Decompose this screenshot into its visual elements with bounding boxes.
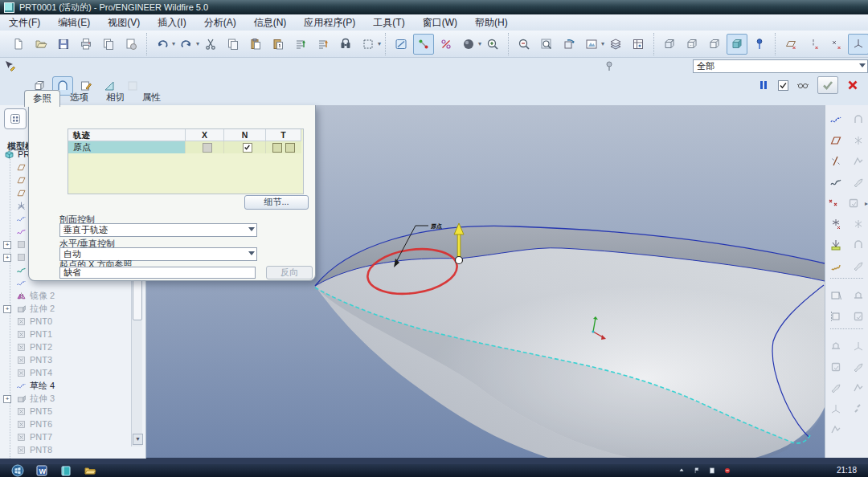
tool-gray-3-button[interactable] <box>850 153 867 169</box>
datum-point-display-button[interactable] <box>825 34 846 55</box>
dropdown-caret-icon[interactable]: ▾ <box>172 40 175 47</box>
tree-item-pnt1[interactable]: PNT1 <box>0 328 130 340</box>
dropdown-caret-icon[interactable]: ▾ <box>478 40 481 47</box>
t-checkbox[interactable] <box>272 143 282 153</box>
zoom-region-button[interactable] <box>536 34 557 55</box>
open-file-button[interactable] <box>31 34 51 55</box>
csys-tool-button[interactable] <box>827 237 845 253</box>
menu-item-6[interactable]: 应用程序(P) <box>295 14 364 31</box>
redo-button[interactable] <box>176 34 197 55</box>
datum-axis-display-button[interactable] <box>803 34 824 55</box>
taskbar-folder-button[interactable] <box>84 464 96 477</box>
dropdown-caret-icon[interactable]: ▾ <box>196 40 199 47</box>
expand-plus-icon[interactable]: + <box>3 241 11 249</box>
expand-plus-icon[interactable]: + <box>3 395 11 403</box>
tool-gray-6-button[interactable] <box>850 359 867 375</box>
search-filter-select[interactable]: 全部 <box>693 59 868 73</box>
paste-button[interactable] <box>245 34 266 55</box>
saved-views-button[interactable] <box>581 34 602 55</box>
trajectory-table[interactable]: 轨迹XNT原点 <box>68 128 304 194</box>
relations-button[interactable] <box>436 34 457 55</box>
model-tree-tab-button[interactable] <box>4 108 27 129</box>
datum-plane-display-button[interactable] <box>780 34 801 55</box>
tree-item-extrude-3[interactable]: +拉伸 3 <box>0 392 130 405</box>
tool-gray-1-button[interactable] <box>850 237 867 253</box>
x-cell[interactable] <box>186 141 224 153</box>
start-button[interactable] <box>11 464 24 477</box>
tool-gray-4-button[interactable] <box>850 308 867 324</box>
tab-tangency[interactable]: 相切 <box>98 90 133 107</box>
menu-item-0[interactable]: 文件(F) <box>0 14 49 31</box>
menu-item-2[interactable]: 视图(V) <box>99 14 149 31</box>
axis-point-tool-button[interactable] <box>827 216 845 232</box>
dropdown-caret-icon[interactable]: ▾ <box>378 40 381 47</box>
expand-plus-icon[interactable]: + <box>3 254 11 262</box>
datum-axis-tool-button[interactable] <box>827 153 845 169</box>
expand-plus-icon[interactable]: + <box>3 305 11 313</box>
spin-center-button[interactable] <box>749 34 770 55</box>
tool-gray-5-button[interactable] <box>850 287 867 304</box>
tool-gray-1-button[interactable] <box>850 112 867 128</box>
copy-button[interactable] <box>223 34 244 55</box>
flyout-caret-icon[interactable]: ▸ <box>865 200 868 207</box>
undo-button[interactable] <box>152 34 173 55</box>
ok-button[interactable] <box>817 76 838 94</box>
tab-properties[interactable]: 属性 <box>134 90 169 107</box>
tree-item-mirror-2[interactable]: 镜像 2 <box>0 289 130 302</box>
hidden-line-button[interactable] <box>682 34 702 55</box>
menu-item-5[interactable]: 信息(N) <box>245 14 296 31</box>
tab-references[interactable]: 参照 <box>24 90 60 107</box>
extrude-frame-button[interactable] <box>827 287 845 304</box>
tree-item-pnt9[interactable]: PNT9 <box>0 456 130 459</box>
render-sphere-button[interactable] <box>458 34 479 55</box>
tool-gray-3-button[interactable] <box>850 380 867 396</box>
tool-gray-7-button[interactable] <box>850 401 867 417</box>
trajectory-name-cell[interactable]: 原点 <box>68 141 186 153</box>
curve-tool-button[interactable] <box>827 174 845 190</box>
pause-button[interactable] <box>753 75 774 95</box>
view-manager-button[interactable] <box>628 34 649 55</box>
menu-item-4[interactable]: 分析(A) <box>195 14 245 31</box>
tool-gray-8-button[interactable] <box>827 401 845 417</box>
cut-button[interactable] <box>200 34 221 55</box>
model-copy-button[interactable] <box>98 34 119 55</box>
cancel-button[interactable] <box>842 75 863 95</box>
taskbar-word-button[interactable]: W <box>35 464 48 477</box>
tool-gray-4-button[interactable] <box>845 195 861 211</box>
revolve-frame-button[interactable] <box>827 308 845 324</box>
csys-display-button[interactable] <box>848 34 868 55</box>
erase-display-button[interactable] <box>121 34 141 55</box>
wireframe-button[interactable] <box>659 34 680 55</box>
n-cell[interactable] <box>224 141 266 153</box>
selection-filter-button[interactable] <box>413 34 434 55</box>
tree-item-sketch-4[interactable]: 草绘 4 <box>0 379 130 392</box>
tool-gray-5-button[interactable] <box>827 338 845 354</box>
tree-item-pnt6[interactable]: PNT6 <box>0 418 130 430</box>
tool-gray-4-button[interactable] <box>827 359 845 375</box>
dropdown-caret-icon[interactable]: ▾ <box>601 40 604 47</box>
zoom-in-button[interactable] <box>482 34 503 55</box>
tool-gray-6-button[interactable] <box>850 258 867 274</box>
trajectory-row[interactable]: 原点 <box>68 141 303 153</box>
title-bar[interactable]: PRT0001 (活动的) - Pro/ENGINEER Wildfire 5.… <box>0 0 868 14</box>
select-box-button[interactable] <box>358 34 379 55</box>
select-pointer-icon[interactable] <box>3 59 16 72</box>
t-checkbox[interactable] <box>285 143 295 153</box>
zoom-out-button[interactable] <box>514 34 534 55</box>
details-button[interactable]: 细节... <box>244 195 309 210</box>
no-hidden-button[interactable] <box>704 34 725 55</box>
menu-item-1[interactable]: 编辑(E) <box>49 14 99 31</box>
tree-item-pnt0[interactable]: PNT0 <box>0 315 130 328</box>
new-file-button[interactable] <box>8 34 29 55</box>
menu-item-8[interactable]: 窗口(W) <box>414 14 466 31</box>
tree-item-pnt3[interactable]: PNT3 <box>0 353 130 366</box>
datum-point-tool-button[interactable] <box>825 195 841 211</box>
section-start-handle[interactable] <box>456 257 463 264</box>
tool-gray-3-button[interactable] <box>827 422 845 438</box>
tool-gray-2-button[interactable] <box>850 132 867 149</box>
tray-note-button[interactable] <box>708 467 716 475</box>
taskbar-book-button[interactable] <box>59 464 72 477</box>
tool-gray-6-button[interactable] <box>850 174 867 190</box>
tree-item-pnt7[interactable]: PNT7 <box>0 430 130 443</box>
regenerate-button[interactable] <box>290 34 311 55</box>
